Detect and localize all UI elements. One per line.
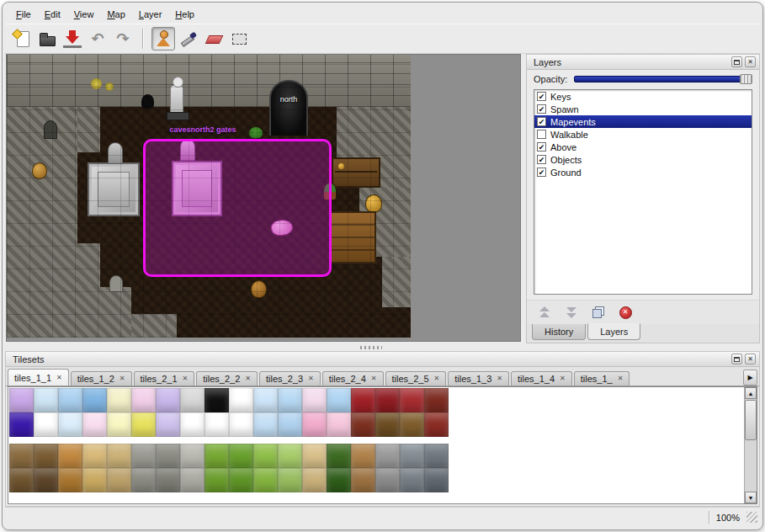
close-tab-icon[interactable]: ✕ — [245, 375, 251, 382]
tileset-tile[interactable] — [34, 444, 58, 468]
tileset-tile[interactable] — [327, 444, 351, 468]
tileset-tile[interactable] — [327, 388, 351, 412]
tileset-tile[interactable] — [34, 412, 58, 437]
tileset-tile[interactable] — [9, 388, 34, 412]
tileset-tab-tiles_2_5[interactable]: tiles_2_5✕ — [385, 371, 447, 386]
tileset-tile[interactable] — [205, 468, 229, 492]
tileset-tile[interactable] — [34, 388, 58, 412]
tileset-tile[interactable] — [205, 412, 229, 437]
tileset-tab-tiles_2_4[interactable]: tiles_2_4✕ — [322, 371, 384, 386]
tileset-tile[interactable] — [58, 444, 82, 468]
tileset-tile[interactable] — [9, 412, 34, 437]
close-panel-button[interactable]: ✕ — [745, 354, 756, 364]
close-panel-button[interactable]: ✕ — [745, 56, 756, 67]
menu-view[interactable]: View — [68, 7, 100, 22]
tileset-tile[interactable] — [400, 412, 424, 437]
tileset-scrollbar[interactable]: ▲ ▼ — [744, 387, 757, 503]
tileset-tile[interactable] — [253, 388, 278, 412]
tileset-tile[interactable] — [180, 412, 205, 437]
tileset-tile[interactable] — [424, 412, 449, 437]
tileset-tile[interactable] — [229, 468, 253, 492]
tileset-tile[interactable] — [424, 444, 449, 468]
tileset-tile[interactable] — [131, 412, 156, 437]
tileset-tile[interactable] — [278, 388, 302, 412]
scrollbar-thumb[interactable] — [745, 400, 757, 440]
tileset-content[interactable]: ▲ ▼ — [8, 386, 757, 504]
tileset-tab-tiles_1_2[interactable]: tiles_1_2✕ — [71, 371, 132, 386]
tab-layers[interactable]: Layers — [587, 323, 640, 340]
layer-visibility-checkbox[interactable]: ✔ — [537, 104, 546, 114]
tileset-tile[interactable] — [400, 444, 424, 468]
tileset-tile[interactable] — [156, 412, 180, 437]
close-tab-icon[interactable]: ✕ — [56, 375, 62, 381]
layer-row-spawn[interactable]: ✔Spawn — [534, 103, 752, 115]
tileset-tile[interactable] — [253, 444, 278, 468]
close-tab-icon[interactable]: ✕ — [308, 375, 314, 382]
layer-row-keys[interactable]: ✔Keys — [534, 90, 752, 103]
tileset-tile[interactable] — [278, 412, 302, 437]
close-tab-icon[interactable]: ✕ — [120, 375, 125, 382]
menu-layer[interactable]: Layer — [133, 7, 168, 22]
tileset-tile[interactable] — [253, 412, 278, 437]
tileset-tile[interactable] — [327, 412, 351, 437]
tileset-tab-tiles_1[interactable]: tiles_1_✕ — [574, 371, 630, 386]
tileset-tile[interactable] — [327, 468, 351, 492]
redo-button[interactable]: ↷ — [111, 27, 135, 51]
layer-row-walkable[interactable]: Walkable — [534, 128, 752, 141]
tileset-tile[interactable] — [156, 468, 180, 492]
tileset-tab-tiles_2_2[interactable]: tiles_2_2✕ — [196, 371, 258, 386]
brush-tool-button[interactable] — [177, 27, 200, 51]
tileset-tile[interactable] — [302, 388, 327, 412]
layer-row-mapevents[interactable]: ✔Mapevents — [534, 115, 752, 128]
tileset-tile[interactable] — [180, 388, 205, 412]
map-viewport[interactable]: north cavesnorth2 gates — [6, 54, 521, 342]
menu-help[interactable]: Help — [169, 7, 200, 22]
tileset-tile[interactable] — [205, 388, 229, 412]
tileset-tile[interactable] — [302, 444, 327, 468]
save-file-button[interactable] — [61, 27, 84, 51]
opacity-slider-handle[interactable] — [740, 74, 752, 84]
tileset-tile[interactable] — [82, 468, 107, 492]
tileset-tile[interactable] — [180, 444, 205, 468]
tileset-tile[interactable] — [34, 468, 58, 492]
close-tab-icon[interactable]: ✕ — [497, 375, 502, 382]
resize-grip[interactable] — [746, 512, 757, 523]
tileset-tile[interactable] — [107, 444, 131, 468]
tileset-tile[interactable] — [131, 388, 156, 412]
tileset-tile[interactable] — [9, 444, 34, 468]
tileset-tile[interactable] — [58, 468, 82, 492]
float-panel-button[interactable] — [731, 354, 742, 364]
menu-map[interactable]: Map — [101, 7, 130, 22]
undo-button[interactable]: ↶ — [86, 27, 109, 51]
tileset-tile[interactable] — [278, 468, 302, 492]
tileset-tile[interactable] — [9, 468, 34, 492]
map-canvas[interactable]: north cavesnorth2 gates — [7, 55, 411, 338]
close-tab-icon[interactable]: ✕ — [618, 375, 624, 382]
layer-row-above[interactable]: ✔Above — [534, 141, 752, 153]
tileset-tile[interactable] — [229, 388, 253, 412]
map-selection-rectangle[interactable] — [143, 139, 332, 277]
tileset-tab-tiles_1_4[interactable]: tiles_1_4✕ — [511, 371, 572, 386]
tileset-tile[interactable] — [107, 412, 131, 437]
layer-visibility-checkbox[interactable]: ✔ — [537, 168, 546, 177]
open-file-button[interactable] — [35, 27, 59, 51]
tileset-tile[interactable] — [107, 468, 131, 492]
tileset-tile[interactable] — [253, 468, 278, 492]
menu-file[interactable]: File — [10, 7, 37, 22]
tileset-tile[interactable] — [131, 468, 156, 492]
horizontal-splitter[interactable] — [5, 343, 760, 351]
tileset-tile[interactable] — [229, 444, 253, 468]
layer-visibility-checkbox[interactable]: ✔ — [537, 155, 546, 164]
tileset-tile[interactable] — [400, 468, 424, 492]
float-panel-button[interactable] — [731, 56, 742, 67]
stamp-tool-button[interactable] — [151, 27, 175, 51]
tileset-tile[interactable] — [156, 444, 180, 468]
tileset-tile[interactable] — [278, 444, 302, 468]
tileset-tile[interactable] — [58, 388, 82, 412]
scroll-up-button[interactable]: ▲ — [745, 387, 757, 399]
tileset-tile[interactable] — [58, 412, 82, 437]
layer-visibility-checkbox[interactable]: ✔ — [537, 117, 546, 126]
tileset-tile[interactable] — [351, 388, 375, 412]
tileset-tile[interactable] — [351, 444, 375, 468]
tileset-tile[interactable] — [351, 412, 375, 437]
